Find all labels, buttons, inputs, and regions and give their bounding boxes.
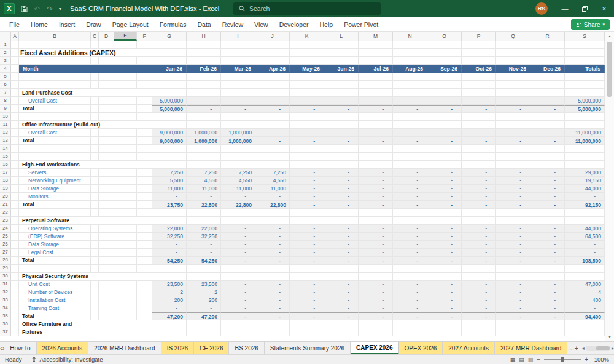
row-number[interactable]: 20 bbox=[0, 193, 11, 201]
item-label[interactable]: Overall Cost bbox=[19, 97, 91, 105]
cell[interactable] bbox=[91, 265, 99, 273]
cell[interactable] bbox=[91, 201, 99, 209]
value-cell[interactable]: - bbox=[462, 281, 496, 288]
cell[interactable] bbox=[99, 209, 114, 217]
cell[interactable] bbox=[11, 113, 19, 121]
cell[interactable] bbox=[530, 41, 565, 49]
horizontal-scrollbar[interactable]: ◂ ▸ bbox=[578, 342, 614, 354]
cell[interactable] bbox=[137, 296, 152, 304]
cell[interactable] bbox=[393, 49, 427, 57]
cell[interactable] bbox=[11, 193, 19, 201]
value-cell[interactable]: - bbox=[393, 169, 427, 177]
value-cell[interactable]: - bbox=[462, 105, 496, 113]
cell[interactable] bbox=[393, 57, 427, 65]
cell[interactable] bbox=[530, 49, 565, 57]
cell[interactable] bbox=[496, 161, 530, 169]
value-cell[interactable]: - bbox=[496, 177, 530, 185]
section-label[interactable]: Perpetual Software bbox=[19, 217, 152, 225]
column-header-G[interactable]: G bbox=[152, 32, 187, 41]
ribbon-tab-view[interactable]: View bbox=[249, 17, 274, 31]
value-cell[interactable]: - bbox=[290, 281, 324, 288]
value-cell[interactable]: - bbox=[393, 312, 427, 320]
cell[interactable] bbox=[91, 177, 99, 185]
total-label[interactable]: Total bbox=[19, 105, 91, 113]
ribbon-tab-file[interactable]: File bbox=[4, 17, 25, 31]
sheet-tab-opex-2026[interactable]: OPEX 2026 bbox=[399, 342, 443, 354]
column-header-F[interactable]: F bbox=[137, 32, 152, 41]
cell[interactable] bbox=[114, 169, 137, 177]
cell[interactable] bbox=[91, 73, 99, 81]
value-cell[interactable]: - bbox=[152, 304, 187, 312]
page-title[interactable]: Fixed Asset Additions (CAPEX) bbox=[19, 49, 152, 57]
cell[interactable] bbox=[462, 320, 496, 328]
row-total-cell[interactable]: 400 bbox=[565, 296, 605, 304]
cell[interactable] bbox=[393, 161, 427, 169]
cell[interactable] bbox=[359, 273, 393, 281]
value-cell[interactable]: - bbox=[393, 177, 427, 185]
total-label[interactable]: Total bbox=[19, 137, 91, 145]
cell[interactable] bbox=[187, 209, 221, 217]
value-cell[interactable]: - bbox=[324, 257, 359, 265]
cell[interactable] bbox=[152, 121, 187, 129]
cell[interactable] bbox=[496, 49, 530, 57]
value-cell[interactable]: 4,550 bbox=[221, 177, 255, 185]
item-label[interactable]: Networking Equipment bbox=[19, 177, 91, 185]
header-month-label[interactable]: Month bbox=[19, 65, 152, 73]
cell[interactable] bbox=[530, 209, 565, 217]
cell[interactable] bbox=[91, 288, 99, 296]
value-cell[interactable]: - bbox=[359, 249, 393, 257]
cell[interactable] bbox=[565, 113, 605, 121]
cell[interactable] bbox=[91, 209, 99, 217]
cell[interactable] bbox=[255, 73, 290, 81]
value-cell[interactable]: - bbox=[152, 249, 187, 257]
cell[interactable] bbox=[187, 320, 221, 328]
cell[interactable] bbox=[221, 320, 255, 328]
value-cell[interactable]: - bbox=[496, 137, 530, 145]
cell[interactable] bbox=[187, 113, 221, 121]
item-label[interactable]: Monitors bbox=[19, 193, 91, 201]
value-cell[interactable]: - bbox=[462, 257, 496, 265]
cell[interactable] bbox=[91, 137, 99, 145]
row-total-cell[interactable]: 11,000,000 bbox=[565, 129, 605, 137]
value-cell[interactable]: - bbox=[187, 304, 221, 312]
cell[interactable] bbox=[137, 201, 152, 209]
cell[interactable] bbox=[187, 41, 221, 49]
value-cell[interactable]: - bbox=[255, 304, 290, 312]
row-number[interactable]: 18 bbox=[0, 177, 11, 185]
value-cell[interactable]: - bbox=[393, 233, 427, 241]
cell[interactable] bbox=[565, 145, 605, 153]
cell[interactable] bbox=[152, 89, 187, 97]
cell[interactable] bbox=[324, 161, 359, 169]
value-cell[interactable]: - bbox=[530, 105, 565, 113]
value-cell[interactable]: - bbox=[393, 193, 427, 201]
cell[interactable] bbox=[152, 320, 187, 328]
value-cell[interactable]: - bbox=[530, 249, 565, 257]
item-label[interactable]: Operating Systems bbox=[19, 225, 91, 233]
value-cell[interactable]: - bbox=[255, 288, 290, 296]
value-cell[interactable]: - bbox=[290, 241, 324, 249]
value-cell[interactable]: - bbox=[324, 249, 359, 257]
cell[interactable] bbox=[393, 153, 427, 161]
row-total-cell[interactable]: - bbox=[565, 193, 605, 201]
cell[interactable] bbox=[114, 265, 137, 273]
qat-customize-icon[interactable]: ▾ bbox=[56, 2, 64, 15]
column-header-I[interactable]: I bbox=[221, 32, 255, 41]
cell[interactable] bbox=[359, 265, 393, 273]
value-cell[interactable]: - bbox=[530, 296, 565, 304]
cell[interactable] bbox=[290, 145, 324, 153]
value-cell[interactable]: - bbox=[496, 201, 530, 209]
sheet-tab-how-to[interactable]: How To bbox=[4, 342, 36, 354]
value-cell[interactable]: - bbox=[462, 225, 496, 233]
cell[interactable] bbox=[462, 265, 496, 273]
cell[interactable] bbox=[99, 312, 114, 320]
row-total-cell[interactable]: - bbox=[565, 304, 605, 312]
cell[interactable] bbox=[11, 105, 19, 113]
cell[interactable] bbox=[221, 113, 255, 121]
cell[interactable] bbox=[11, 89, 19, 97]
value-cell[interactable]: - bbox=[496, 193, 530, 201]
value-cell[interactable]: - bbox=[290, 296, 324, 304]
value-cell[interactable]: - bbox=[187, 241, 221, 249]
item-label[interactable]: Unit Cost bbox=[19, 281, 91, 288]
cell[interactable] bbox=[255, 209, 290, 217]
cell[interactable] bbox=[290, 273, 324, 281]
